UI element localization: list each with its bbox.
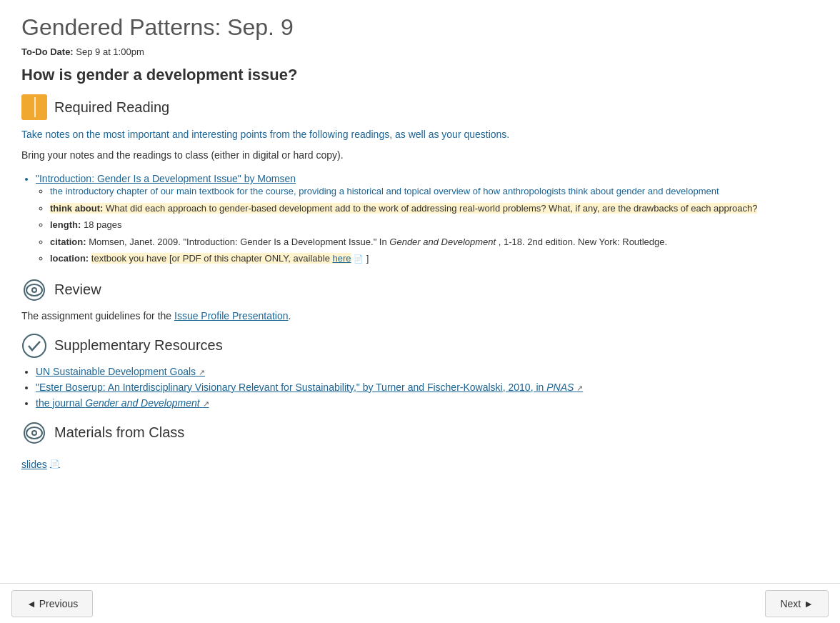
materials-eye-icon <box>21 420 47 446</box>
materials-title: Materials from Class <box>54 424 184 441</box>
review-header: Review <box>21 277 819 303</box>
review-title: Review <box>54 281 101 298</box>
materials-eye-svg <box>23 422 46 444</box>
supplementary-list: UN Sustainable Development Goals ↗ "Este… <box>36 366 819 409</box>
review-text: The assignment guidelines for the Issue … <box>21 310 819 322</box>
supplementary-header: Supplementary Resources <box>21 333 819 359</box>
intro-text-1: Take notes on the most important and int… <box>21 127 819 142</box>
here-link[interactable]: here <box>333 253 351 264</box>
next-button[interactable]: Next ► <box>765 590 829 617</box>
reading-item: "Introduction: Gender Is a Development I… <box>36 173 819 266</box>
boserup-link[interactable]: "Ester Boserup: An Interdisciplinary Vis… <box>36 382 583 393</box>
un-goals-link[interactable]: UN Sustainable Development Goals ↗ <box>36 366 205 377</box>
supplementary-section: Supplementary Resources UN Sustainable D… <box>21 333 819 409</box>
svg-point-3 <box>33 289 36 291</box>
sub-item-citation: citation: Momsen, Janet. 2009. "Introduc… <box>50 235 819 249</box>
svg-point-8 <box>33 432 36 434</box>
required-reading-header: Required Reading <box>21 94 819 120</box>
page-title: Gendered Patterns: Sep. 9 <box>21 14 819 41</box>
materials-header: Materials from Class <box>21 420 819 446</box>
sub-item-overview: the introductory chapter of our main tex… <box>50 184 819 199</box>
intro-text-2: Bring your notes and the readings to cla… <box>21 148 819 163</box>
svg-point-4 <box>23 334 46 357</box>
sub-item-think-about: think about: What did each approach to g… <box>50 201 819 216</box>
supp-item-1: UN Sustainable Development Goals ↗ <box>36 366 819 377</box>
sub-item-length: length: 18 pages <box>50 218 819 232</box>
journal-link[interactable]: the journal Gender and Development ↗ <box>36 397 209 409</box>
required-reading-title: Required Reading <box>54 99 169 116</box>
supplementary-title: Supplementary Resources <box>54 337 223 354</box>
book-icon <box>21 94 47 120</box>
todo-date: To-Do Date: Sep 9 at 1:00pm <box>21 46 819 57</box>
sub-item-location: location: textbook you have [or PDF of t… <box>50 251 819 266</box>
reading-sub-list: the introductory chapter of our main tex… <box>50 184 819 266</box>
eye-icon <box>21 277 47 303</box>
nav-footer: ◄ Previous Next ► <box>0 583 840 623</box>
slides-container: slides 📄 <box>21 453 819 470</box>
previous-button[interactable]: ◄ Previous <box>11 590 93 617</box>
issue-profile-link[interactable]: Issue Profile Presentation <box>174 310 289 322</box>
check-svg <box>21 333 47 359</box>
section-heading: How is gender a development issue? <box>21 66 819 84</box>
reading-list: "Introduction: Gender Is a Development I… <box>36 173 819 266</box>
review-section: Review The assignment guidelines for the… <box>21 277 819 322</box>
reading-item-link[interactable]: "Introduction: Gender Is a Development I… <box>36 173 296 184</box>
supp-item-3: the journal Gender and Development ↗ <box>36 397 819 409</box>
slides-link[interactable]: slides 📄 <box>21 459 60 470</box>
slides-icon: 📄 <box>50 459 60 469</box>
eye-svg <box>23 279 46 301</box>
check-icon <box>21 333 47 359</box>
materials-section: Materials from Class slides 📄 <box>21 420 819 470</box>
supp-item-2: "Ester Boserup: An Interdisciplinary Vis… <box>36 382 819 393</box>
